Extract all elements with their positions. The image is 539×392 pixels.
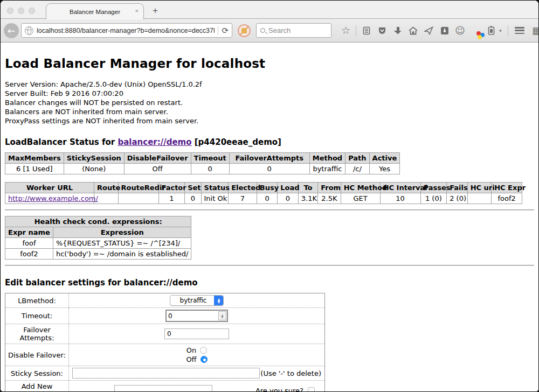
bookmark-star-icon[interactable]: ☆ — [338, 25, 354, 36]
table-row: foof2 hc('body') =~ /domain is establish… — [5, 249, 191, 260]
timeout-input[interactable] — [167, 311, 218, 321]
save-panel-icon[interactable] — [437, 26, 452, 35]
table-title-row: Health check cond. expressions: — [5, 216, 191, 227]
section-divider — [5, 209, 534, 211]
back-button[interactable]: ← — [4, 23, 19, 38]
menu-hamburger-icon[interactable] — [510, 27, 529, 34]
on-label: On — [186, 346, 196, 355]
navigation-toolbar: ← localhost:8880/balancer-manager?b=demo… — [1, 19, 538, 43]
tab-strip: Balancer Manager × + — [1, 1, 538, 19]
home-icon[interactable] — [405, 26, 421, 35]
timeout-input-wrap: ▲▼ — [165, 310, 228, 322]
table-header-row: MaxMembers StickySession DisableFailover… — [5, 153, 400, 164]
content-blocked-icon[interactable] — [238, 24, 251, 37]
edit-balancer-form: LBmethod: bytraffic ▲▼ Timeout: ▲▼ — [5, 293, 325, 391]
minimize-window-button[interactable] — [18, 8, 24, 14]
balancer-demo-link[interactable]: balancer://demo — [118, 137, 191, 147]
table-row: 6 [1 Used] (None) Off 0 0 bytraffic /c/ … — [5, 164, 400, 174]
table-row: http://www.example.com/ 1 0 Init Ok 7 0 … — [5, 193, 522, 204]
section-divider — [5, 265, 534, 266]
url-text[interactable]: localhost:8880/balancer-manager?b=demo&n… — [37, 27, 215, 34]
page-title: Load Balancer Manager for localhost — [5, 57, 534, 71]
timeout-row: Timeout: ▲▼ — [5, 308, 325, 324]
window-controls[interactable] — [7, 8, 35, 14]
lbmethod-select[interactable]: bytraffic ▲▼ — [170, 295, 224, 306]
proxypass-note: ProxyPass settings are NOT inherited fro… — [5, 117, 534, 125]
zoom-window-button[interactable] — [29, 8, 35, 14]
tab-close-icon[interactable]: × — [135, 8, 139, 14]
inherit-note: Balancers are NOT inherited from main se… — [5, 108, 534, 116]
sticky-session-hint: (Use '-' to delete) — [260, 369, 322, 377]
persist-note: Balancer changes will NOT be persisted o… — [5, 99, 534, 107]
smiley-feedback-icon[interactable]: ☺ — [452, 26, 468, 36]
off-label: Off — [186, 355, 196, 364]
tab-balancer-manager[interactable]: Balancer Manager × — [46, 3, 144, 19]
site-identity-globe-icon[interactable] — [25, 26, 33, 35]
failover-attempts-input[interactable] — [164, 328, 229, 339]
tiles-grid-icon[interactable]: ▦ — [529, 26, 539, 36]
search-placeholder: Search — [268, 26, 291, 34]
disable-failover-off-radio[interactable] — [201, 356, 208, 363]
worker-url-link[interactable]: http://www.example.com/ — [8, 194, 98, 202]
downloads-icon[interactable] — [390, 26, 405, 35]
battery-clipboard-icon[interactable] — [483, 26, 499, 35]
search-bar[interactable]: Search — [256, 23, 331, 38]
server-version: Server Version: Apache/2.5.0-dev (Unix) … — [5, 80, 534, 89]
health-check-table: Health check cond. expressions: Expr nam… — [5, 216, 191, 260]
add-worker-row: Add New Worker: Are you sure? — [5, 381, 325, 392]
send-share-icon[interactable] — [421, 26, 437, 35]
disable-failover-on-radio[interactable] — [200, 347, 207, 354]
number-stepper-icon[interactable]: ▲▼ — [218, 311, 226, 320]
are-you-sure-checkbox[interactable] — [308, 387, 315, 392]
toolbar-divider — [508, 25, 508, 36]
lbmethod-selected-value: bytraffic — [170, 297, 215, 304]
pocket-icon[interactable] — [374, 26, 390, 35]
edit-balancer-heading: Edit balancer settings for balancer://de… — [5, 278, 534, 288]
browser-window: Balancer Manager × + ← localhost:8880/ba… — [0, 0, 539, 392]
urlbar-divider — [218, 26, 218, 36]
worker-table: Worker URL Route RouteRedir Factor Set S… — [5, 182, 522, 204]
disable-failover-row: Disable Failover: On Off — [5, 344, 325, 366]
lbmethod-row: LBmethod: bytraffic ▲▼ — [5, 293, 325, 308]
select-stepper-icon: ▲▼ — [214, 295, 223, 306]
chevron-down-icon[interactable]: ▾ — [499, 28, 506, 33]
balancer-status-table: MaxMembers StickySession DisableFailover… — [5, 152, 400, 174]
close-window-button[interactable] — [7, 8, 13, 14]
failover-attempts-label: Failover Attempts: — [5, 324, 69, 344]
table-header-row: Expr name Expression — [5, 227, 191, 238]
loadbalancer-status-heading: LoadBalancer Status for balancer://demo … — [5, 137, 534, 147]
tab-title: Balancer Manager — [70, 9, 120, 15]
new-tab-button[interactable]: + — [153, 5, 158, 16]
add-worker-input[interactable] — [114, 385, 212, 391]
server-built: Server Built: Feb 9 2016 07:00:20 — [5, 89, 534, 98]
timeout-label: Timeout: — [5, 308, 69, 324]
table-row: foof %{REQUEST_STATUS} =~ /^[234]/ — [5, 238, 191, 249]
failover-attempts-row: Failover Attempts: — [5, 324, 325, 344]
toolbar-icons: ☆ ☺ ▾ — [338, 25, 539, 36]
toolbar-divider — [356, 25, 356, 36]
search-icon — [260, 28, 265, 33]
table-header-row: Worker URL Route RouteRedir Factor Set S… — [5, 183, 522, 193]
add-worker-label: Add New Worker: — [5, 381, 69, 392]
reading-list-icon[interactable] — [358, 26, 374, 35]
disable-failover-label: Disable Failover: — [5, 344, 69, 366]
lbmethod-label: LBmethod: — [5, 293, 69, 308]
sticky-session-input[interactable] — [72, 368, 260, 379]
back-arrow-icon: ← — [8, 25, 15, 36]
sticky-session-row: Sticky Session: (Use '-' to delete) — [5, 366, 325, 381]
page-content: Load Balancer Manager for localhost Serv… — [1, 43, 538, 391]
are-you-sure-label: Are you sure? — [255, 387, 303, 392]
reload-icon[interactable]: ⟳ — [222, 26, 229, 36]
sticky-session-label: Sticky Session: — [5, 366, 69, 381]
url-bar[interactable]: localhost:8880/balancer-manager?b=demo&n… — [21, 23, 232, 38]
